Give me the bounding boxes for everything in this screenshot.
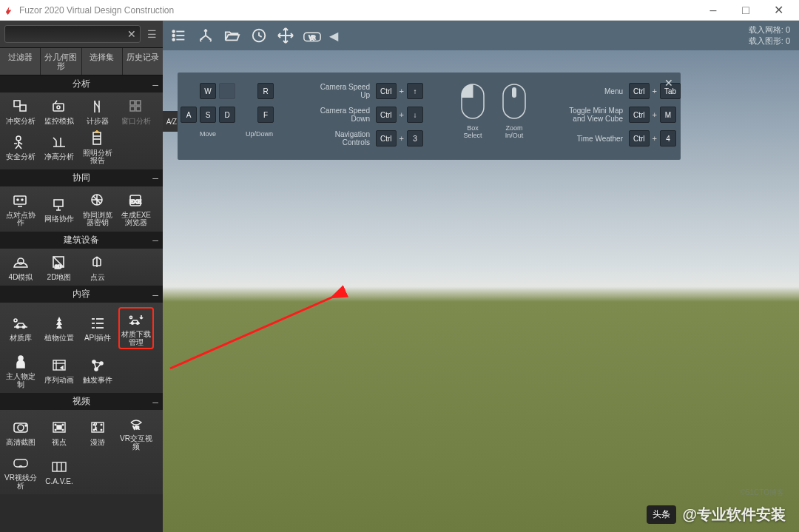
list-icon[interactable] bbox=[169, 25, 189, 46]
rf-label: Up/Down bbox=[246, 130, 273, 138]
menu-icon[interactable]: ☰ bbox=[145, 28, 158, 40]
tool-button[interactable]: 协同浏览 器密钥 bbox=[80, 191, 115, 227]
key: Ctrl bbox=[629, 83, 650, 99]
tool-button[interactable]: 漫游 bbox=[80, 414, 115, 451]
tool-icon bbox=[10, 418, 31, 437]
svg-point-33 bbox=[137, 323, 139, 325]
tab-filter[interactable]: 过滤器 bbox=[0, 48, 41, 75]
axis-icon[interactable] bbox=[195, 25, 216, 46]
collapse-icon[interactable]: – bbox=[152, 172, 158, 183]
tool-button[interactable]: 序列动画 bbox=[41, 352, 77, 388]
tool-button[interactable]: 2D2D地图 bbox=[41, 253, 77, 282]
tool-grid: 材质库植物位置API插件材质下载 管理主人物定 制序列动画触发事件 bbox=[0, 303, 163, 393]
svg-rect-6 bbox=[130, 107, 135, 111]
tool-button[interactable]: 点云 bbox=[80, 253, 115, 282]
tool-icon bbox=[49, 356, 70, 375]
move-arrows-icon[interactable] bbox=[275, 25, 296, 46]
tool-button[interactable]: 高清截图 bbox=[3, 414, 38, 451]
tool-button[interactable]: 网络协作 bbox=[41, 191, 77, 227]
tool-button[interactable]: 照明分析 报告 bbox=[80, 129, 115, 165]
tool-button[interactable]: 4D模拟 bbox=[3, 253, 38, 282]
tool-button[interactable]: API插件 bbox=[80, 307, 115, 349]
chevron-left-icon[interactable]: ◀ bbox=[328, 25, 339, 46]
section-header[interactable]: 内容– bbox=[0, 286, 163, 303]
shortcut-row: Camera Speed UpCtrl+↑ bbox=[311, 83, 423, 99]
close-button[interactable]: ✕ bbox=[762, 0, 795, 21]
svg-rect-7 bbox=[136, 107, 141, 111]
sidebar: ✕ ☰ 过滤器 分几何图 形 选择集 历史记录 分析–冲突分析监控模拟计步器窗口… bbox=[0, 21, 163, 532]
collapse-icon[interactable]: – bbox=[152, 396, 158, 408]
minimize-button[interactable]: – bbox=[697, 0, 729, 21]
tool-icon bbox=[126, 310, 146, 329]
annotation-arrow bbox=[157, 280, 349, 398]
svg-point-64 bbox=[172, 35, 175, 37]
tool-button[interactable]: 视点 bbox=[41, 414, 77, 451]
tool-icon bbox=[87, 418, 108, 437]
svg-text:EXE: EXE bbox=[129, 198, 141, 205]
tool-button[interactable]: VRVR交互视 频 bbox=[118, 414, 154, 451]
tool-label: API插件 bbox=[84, 334, 111, 343]
tool-button[interactable]: 窗口分析 bbox=[118, 97, 154, 126]
tool-button[interactable]: 点对点协 作 bbox=[3, 191, 38, 227]
tool-button[interactable]: 冲突分析 bbox=[3, 97, 38, 126]
tab-selection-set[interactable]: 选择集 bbox=[82, 48, 123, 75]
tool-button[interactable]: VR视线分 析 bbox=[3, 454, 38, 490]
key: Ctrl bbox=[629, 107, 650, 123]
svg-point-56 bbox=[95, 423, 97, 425]
maximize-button[interactable]: □ bbox=[729, 0, 762, 21]
tool-button[interactable]: 植物位置 bbox=[41, 307, 77, 349]
tool-button[interactable]: EXE生成EXE 浏览器 bbox=[118, 191, 154, 227]
watermark: 头条 @专业软件安装 bbox=[647, 505, 786, 525]
key-w: W bbox=[200, 83, 216, 99]
tab-geometry[interactable]: 分几何图 形 bbox=[41, 48, 81, 75]
key: ↓ bbox=[407, 107, 423, 123]
tool-grid: 冲突分析监控模拟计步器窗口分析安全分析净高分析照明分析 报告 bbox=[0, 92, 163, 169]
svg-point-13 bbox=[17, 199, 18, 201]
window-title: Fuzor 2020 Virtual Design Construction bbox=[19, 5, 697, 16]
search-row: ✕ ☰ bbox=[0, 21, 163, 47]
clock-icon[interactable] bbox=[249, 25, 269, 46]
key: Ctrl bbox=[376, 107, 397, 123]
tool-grid: 4D模拟2D2D地图点云 bbox=[0, 249, 163, 286]
tool-icon bbox=[49, 457, 70, 477]
clear-search-icon[interactable]: ✕ bbox=[124, 28, 140, 40]
section-header[interactable]: 分析– bbox=[0, 75, 163, 92]
svg-point-48 bbox=[55, 430, 56, 431]
tool-button[interactable]: 材质库 bbox=[3, 307, 38, 349]
viewport-3d[interactable]: VR ◀ 载入网格: 0 载入图形: 0 A⁄Z ✕ W R A bbox=[163, 21, 799, 532]
key: 4 bbox=[660, 130, 676, 147]
mouse-icon bbox=[460, 83, 485, 120]
tool-button[interactable]: 触发事件 bbox=[80, 352, 115, 388]
collapse-icon[interactable]: – bbox=[152, 234, 158, 246]
tool-icon bbox=[87, 97, 108, 116]
tool-button[interactable]: 材质下载 管理 bbox=[118, 307, 154, 349]
tool-button[interactable]: 监控模拟 bbox=[41, 97, 77, 126]
section-header[interactable]: 建筑设备– bbox=[0, 232, 163, 249]
close-help-icon[interactable]: ✕ bbox=[664, 77, 673, 89]
collapse-icon[interactable]: – bbox=[152, 289, 158, 300]
tool-label: 窗口分析 bbox=[121, 118, 151, 126]
svg-point-47 bbox=[62, 425, 64, 426]
tool-icon bbox=[10, 454, 31, 473]
search-box[interactable]: ✕ bbox=[4, 25, 141, 43]
tool-label: 计步器 bbox=[87, 118, 109, 126]
tool-button[interactable]: C.A.V.E. bbox=[41, 454, 77, 490]
tool-icon bbox=[49, 314, 70, 333]
open-folder-icon[interactable] bbox=[222, 25, 243, 46]
tab-history[interactable]: 历史记录 bbox=[123, 48, 163, 75]
tool-icon bbox=[10, 132, 31, 152]
tool-icon bbox=[87, 253, 108, 272]
tool-button[interactable]: 主人物定 制 bbox=[3, 352, 38, 388]
tool-button[interactable]: 净高分析 bbox=[41, 129, 77, 165]
vr-icon[interactable]: VR bbox=[302, 25, 323, 46]
key: Ctrl bbox=[376, 130, 397, 147]
key: M bbox=[660, 107, 676, 123]
section-header[interactable]: 视频– bbox=[0, 393, 163, 410]
tool-label: 照明分析 报告 bbox=[83, 149, 112, 165]
search-input[interactable] bbox=[5, 30, 124, 38]
section-header[interactable]: 协同– bbox=[0, 169, 163, 186]
tool-button[interactable]: 安全分析 bbox=[3, 129, 38, 165]
collapse-icon[interactable]: – bbox=[152, 78, 158, 90]
tool-button[interactable]: 计步器 bbox=[80, 97, 115, 126]
svg-point-62 bbox=[172, 30, 175, 33]
